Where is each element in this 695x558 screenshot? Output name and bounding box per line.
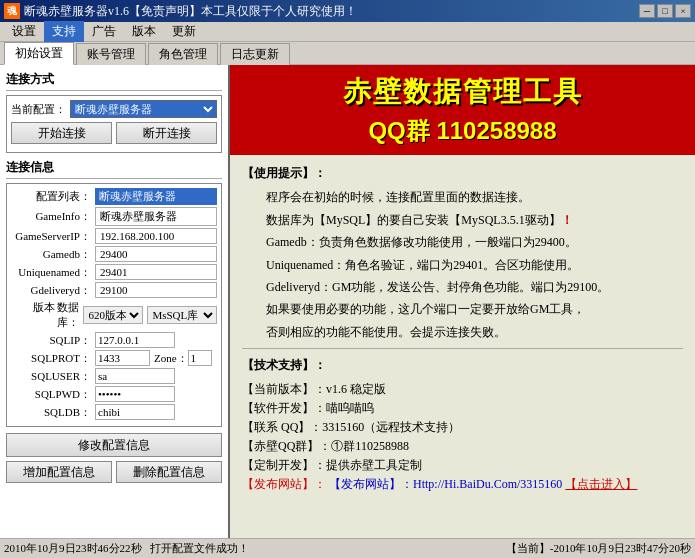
zone-label: Zone：: [154, 351, 188, 366]
right-header-title: 赤壁数据管理工具: [242, 73, 683, 111]
uniquenamed-row: Uniquenamed： 29401: [11, 264, 217, 280]
gdeliveryd-value: 29100: [95, 282, 217, 298]
info-box: 配置列表： 断魂赤壁服务器 GameInfo： 断魂赤壁服务器 GameServ…: [6, 183, 222, 427]
website-link[interactable]: 【点击进入】: [565, 477, 637, 491]
sqlip-input[interactable]: [95, 332, 175, 348]
tab-bar: 初始设置 账号管理 角色管理 日志更新: [0, 42, 695, 64]
db-select[interactable]: MsSQL库: [147, 306, 217, 324]
gameinfo-row: GameInfo： 断魂赤壁服务器: [11, 207, 217, 226]
connect-btn-row: 开始连接 断开连接: [11, 122, 217, 144]
menu-update[interactable]: 更新: [164, 21, 204, 42]
left-panel: 连接方式 当前配置： 断魂赤壁服务器 开始连接 断开连接 连接信息 配置列表： …: [0, 65, 230, 538]
right-header-qq: QQ群 110258988: [242, 115, 683, 147]
gdeliveryd-row: Gdeliveryd： 29100: [11, 282, 217, 298]
chibi-qq-text: 【赤壁QQ群】：①群110258988: [242, 439, 409, 453]
status-left: 2010年10月9日23时46分22秒 打开配置文件成功！: [4, 541, 249, 556]
modify-config-button[interactable]: 修改配置信息: [6, 433, 222, 457]
contact-qq-text: 【联系 QQ】：3315160（远程技术支持）: [242, 420, 460, 434]
close-button[interactable]: ×: [675, 4, 691, 18]
tab-log-update[interactable]: 日志更新: [220, 43, 290, 65]
chibi-qq-row: 【赤壁QQ群】：①群110258988: [242, 437, 683, 456]
custom-order-text: 【定制开发】：提供赤壁工具定制: [242, 458, 422, 472]
sqldb-input[interactable]: [95, 404, 175, 420]
tech-section: 【技术支持】： 【当前版本】：v1.6 稳定版 【软件开发】：喵呜喵呜 【联系 …: [242, 355, 683, 495]
tip5: Gdeliveryd：GM功能，发送公告、封停角色功能。端口为29100。: [242, 277, 683, 297]
disconnect-button[interactable]: 断开连接: [116, 122, 217, 144]
config-list-row: 配置列表： 断魂赤壁服务器: [11, 188, 217, 205]
tip4: Uniquenamed：角色名验证，端口为29401。合区功能使用。: [242, 255, 683, 275]
config-list-label: 配置列表：: [11, 189, 91, 204]
sqluser-input[interactable]: [95, 368, 175, 384]
title-text: 断魂赤壁服务器v1.6【免责声明】本工具仅限于个人研究使用！: [24, 3, 639, 20]
contact-qq-row: 【联系 QQ】：3315160（远程技术支持）: [242, 418, 683, 437]
gdeliveryd-label: Gdeliveryd：: [11, 283, 91, 298]
version-select[interactable]: 620版本: [83, 306, 143, 324]
right-body: 【使用提示】： 程序会在初始的时候，连接配置里面的数据连接。 数据库为【MySQ…: [230, 155, 695, 538]
sqlpwd-label: SQLPWD：: [11, 387, 91, 402]
uniquenamed-label: Uniquenamed：: [11, 265, 91, 280]
menu-bar: 设置 支持 广告 版本 更新: [0, 22, 695, 42]
gamedb-value: 29400: [95, 246, 217, 262]
sqlprot-row: SQLPROT： Zone：: [11, 350, 217, 366]
status-right: 【当前】-2010年10月9日23时47分20秒: [506, 541, 691, 556]
title-bar: 魂 断魂赤壁服务器v1.6【免责声明】本工具仅限于个人研究使用！ ─ □ ×: [0, 0, 695, 22]
maximize-button[interactable]: □: [657, 4, 673, 18]
gamedb-row: Gamedb： 29400: [11, 246, 217, 262]
gameserverip-value: 192.168.200.100: [95, 228, 217, 244]
sqlprot-input[interactable]: [95, 350, 150, 366]
gameinfo-value: 断魂赤壁服务器: [95, 207, 217, 226]
custom-order-row: 【定制开发】：提供赤壁工具定制: [242, 456, 683, 475]
tab-initial-settings[interactable]: 初始设置: [4, 42, 74, 65]
menu-ad[interactable]: 广告: [84, 21, 124, 42]
current-version-row: 【当前版本】：v1.6 稳定版: [242, 380, 683, 399]
website-label: 【发布网站】：: [242, 477, 326, 491]
version-label: 版本 数据库：: [11, 300, 79, 330]
tab-role-management[interactable]: 角色管理: [148, 43, 218, 65]
status-time: 2010年10月9日23时46分22秒: [4, 541, 142, 556]
menu-support[interactable]: 支持: [44, 21, 84, 42]
sqluser-row: SQLUSER：: [11, 368, 217, 384]
title-controls: ─ □ ×: [639, 4, 691, 18]
menu-version[interactable]: 版本: [124, 21, 164, 42]
tip7: 否则相应的功能不能使用。会提示连接失败。: [242, 322, 683, 342]
right-header: 赤壁数据管理工具 QQ群 110258988: [230, 65, 695, 155]
add-delete-row: 增加配置信息 删除配置信息: [6, 461, 222, 483]
start-connect-button[interactable]: 开始连接: [11, 122, 112, 144]
sqlip-label: SQLIP：: [11, 333, 91, 348]
website-row: 【发布网站】： 【发布网站】：Http://Hi.BaiDu.Com/33151…: [242, 475, 683, 494]
add-config-button[interactable]: 增加配置信息: [6, 461, 112, 483]
connect-section-title: 连接方式: [6, 71, 222, 91]
gamedb-label: Gamedb：: [11, 247, 91, 262]
right-panel: 赤壁数据管理工具 QQ群 110258988 【使用提示】： 程序会在初始的时候…: [230, 65, 695, 538]
soft-dev-text: 【软件开发】：喵呜喵呜: [242, 401, 374, 415]
tab-account-management[interactable]: 账号管理: [76, 43, 146, 65]
sqldb-row: SQLDB：: [11, 404, 217, 420]
current-config-label: 当前配置：: [11, 102, 66, 117]
status-current-time: 【当前】-2010年10月9日23时47分20秒: [506, 542, 691, 554]
sqlpwd-row: SQLPWD：: [11, 386, 217, 402]
config-list-value: 断魂赤壁服务器: [95, 188, 217, 205]
soft-dev-row: 【软件开发】：喵呜喵呜: [242, 399, 683, 418]
sqlip-row: SQLIP：: [11, 332, 217, 348]
uniquenamed-value: 29401: [95, 264, 217, 280]
tip1: 程序会在初始的时候，连接配置里面的数据连接。: [242, 187, 683, 207]
info-section-title: 连接信息: [6, 159, 222, 179]
connect-box: 当前配置： 断魂赤壁服务器 开始连接 断开连接: [6, 95, 222, 153]
sqlprot-label: SQLPROT：: [11, 351, 91, 366]
app-icon: 魂: [4, 3, 20, 19]
sqlpwd-input[interactable]: [95, 386, 175, 402]
config-dropdown[interactable]: 断魂赤壁服务器: [70, 100, 217, 118]
minimize-button[interactable]: ─: [639, 4, 655, 18]
gameserverip-row: GameServerIP： 192.168.200.100: [11, 228, 217, 244]
website-url: 【发布网站】：Http://Hi.BaiDu.Com/3315160: [329, 477, 562, 491]
zone-input[interactable]: [188, 350, 212, 366]
divider: [242, 348, 683, 349]
sqluser-label: SQLUSER：: [11, 369, 91, 384]
current-version-text: 【当前版本】：v1.6 稳定版: [242, 382, 386, 396]
delete-config-button[interactable]: 删除配置信息: [116, 461, 222, 483]
menu-settings[interactable]: 设置: [4, 21, 44, 42]
main-content: 连接方式 当前配置： 断魂赤壁服务器 开始连接 断开连接 连接信息 配置列表： …: [0, 64, 695, 538]
usage-tips-header: 【使用提示】：: [242, 163, 683, 183]
sqldb-label: SQLDB：: [11, 405, 91, 420]
tip2: 数据库为【MySQL】的要自己安装【MySQL3.5.1驱动】！: [242, 210, 683, 230]
